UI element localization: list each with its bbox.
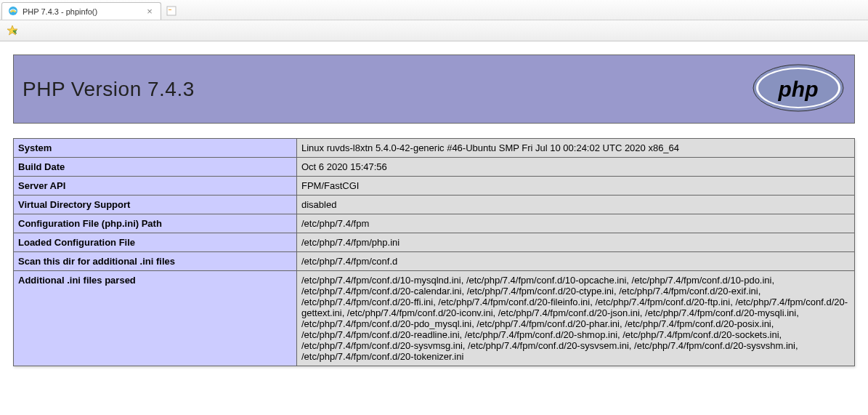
new-tab-button[interactable]	[164, 4, 179, 18]
info-val: disabled	[297, 196, 855, 214]
phpinfo-table-body: System Linux ruvds-l8xtn 5.4.0-42-generi…	[14, 139, 855, 366]
php-logo: php	[751, 63, 845, 116]
browser-tab[interactable]: PHP 7.4.3 - phpinfo() ×	[1, 2, 161, 20]
info-key: Configuration File (php.ini) Path	[14, 214, 297, 233]
info-key: Virtual Directory Support	[14, 196, 297, 214]
info-key: Build Date	[14, 158, 297, 177]
info-key: Loaded Configuration File	[14, 233, 297, 252]
info-key: Scan this dir for additional .ini files	[14, 252, 297, 271]
info-val: Oct 6 2020 15:47:56	[297, 158, 855, 177]
phpinfo-table: System Linux ruvds-l8xtn 5.4.0-42-generi…	[13, 138, 855, 366]
ie-icon	[8, 6, 18, 17]
table-row: Server API FPM/FastCGI	[14, 177, 855, 196]
info-val: /etc/php/7.4/fpm	[297, 214, 855, 233]
info-val: /etc/php/7.4/fpm/php.ini	[297, 233, 855, 252]
table-row: Configuration File (php.ini) Path /etc/p…	[14, 214, 855, 233]
browser-tab-bar: PHP 7.4.3 - phpinfo() ×	[0, 0, 868, 20]
info-val: /etc/php/7.4/fpm/conf.d/10-mysqlnd.ini, …	[297, 271, 855, 366]
info-key: System	[14, 139, 297, 158]
table-row: Scan this dir for additional .ini files …	[14, 252, 855, 271]
browser-toolbar	[0, 20, 868, 41]
table-row: Loaded Configuration File /etc/php/7.4/f…	[14, 233, 855, 252]
svg-rect-2	[169, 9, 171, 10]
svg-rect-1	[167, 7, 176, 15]
info-val: FPM/FastCGI	[297, 177, 855, 196]
svg-text:php: php	[778, 77, 819, 101]
favorites-icon[interactable]	[6, 24, 19, 37]
info-val: Linux ruvds-l8xtn 5.4.0-42-generic #46-U…	[297, 139, 855, 158]
page-content[interactable]: PHP Version 7.4.3 php System Linux ruvds…	[0, 41, 868, 415]
table-row: Virtual Directory Support disabled	[14, 196, 855, 214]
info-val: /etc/php/7.4/fpm/conf.d	[297, 252, 855, 271]
tab-close-button[interactable]: ×	[145, 7, 155, 17]
info-key: Server API	[14, 177, 297, 196]
table-row: System Linux ruvds-l8xtn 5.4.0-42-generi…	[14, 139, 855, 158]
phpinfo-header: PHP Version 7.4.3 php	[13, 55, 855, 124]
table-row: Build Date Oct 6 2020 15:47:56	[14, 158, 855, 177]
php-version-title: PHP Version 7.4.3	[14, 78, 195, 101]
info-key: Additional .ini files parsed	[14, 271, 297, 366]
tab-title: PHP 7.4.3 - phpinfo()	[23, 7, 140, 16]
table-row: Additional .ini files parsed /etc/php/7.…	[14, 271, 855, 366]
